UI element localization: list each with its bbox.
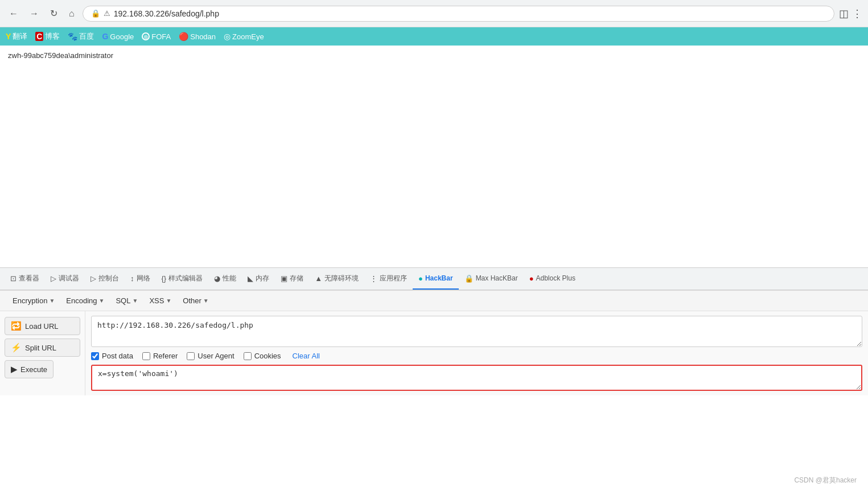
tab-debugger-label: 调试器: [59, 274, 79, 283]
tab-style-editor[interactable]: {} 样式编辑器: [156, 268, 209, 290]
cookies-checkbox[interactable]: [244, 352, 252, 360]
extensions-button[interactable]: ◫: [839, 7, 849, 20]
memory-icon: ◣: [248, 274, 253, 283]
style-editor-icon: {}: [162, 274, 167, 283]
bookmarks-bar: Y 翻译 C 博客 🐾 百度 G Google ⊕ FOFA 🔴 Shodan …: [0, 27, 868, 46]
hackbar-icon: ●: [418, 274, 423, 283]
menu-xss[interactable]: XSS ▼: [143, 294, 177, 307]
tab-console[interactable]: ▷ 控制台: [85, 268, 125, 290]
tab-application[interactable]: ⋮ 应用程序: [364, 268, 413, 290]
menu-other[interactable]: Other ▼: [177, 294, 214, 307]
bookmark-google-label: Google: [110, 32, 134, 41]
tab-hackbar-label: HackBar: [425, 274, 453, 282]
tab-accessibility[interactable]: ▲ 无障碍环境: [309, 268, 364, 290]
tab-network[interactable]: ↕ 网络: [125, 268, 156, 290]
menu-sql[interactable]: SQL ▼: [110, 294, 143, 307]
referer-checkbox[interactable]: [142, 352, 150, 360]
translate-icon: Y: [6, 32, 11, 41]
tab-performance[interactable]: ◕ 性能: [208, 268, 242, 290]
hackbar-main: 🔁 Load URL ⚡ Split URL ▶ Execute http://…: [0, 311, 868, 395]
bookmark-baidu[interactable]: 🐾 百度: [68, 31, 94, 42]
browser-toolbar: ← → ↻ ⌂ 🔒 ⚠ 192.168.30.226/safedog/l.php…: [0, 0, 868, 27]
adblock-icon: ●: [529, 274, 534, 283]
baidu-icon: 🐾: [68, 32, 77, 41]
tab-console-label: 控制台: [98, 274, 119, 283]
menu-encryption[interactable]: Encryption ▼: [7, 294, 60, 307]
load-url-button[interactable]: 🔁 Load URL: [5, 317, 80, 335]
execute-label: Execute: [20, 365, 47, 374]
devtools-bar: ⊡ 查看器 ▷ 调试器 ▷ 控制台 ↕ 网络 {} 样式编辑器 ◕ 性能 ◣ 内…: [0, 267, 868, 290]
bookmark-translate[interactable]: Y 翻译: [6, 31, 27, 42]
bookmark-blog[interactable]: C 博客: [35, 31, 60, 42]
hackbar-menu: Encryption ▼ Encoding ▼ SQL ▼ XSS ▼ Othe…: [0, 291, 868, 311]
bookmark-shodan[interactable]: 🔴 Shodan: [179, 32, 216, 41]
url-input[interactable]: http://192.168.30.226/safedog/l.php: [91, 316, 862, 347]
load-url-label: Load URL: [25, 322, 59, 331]
bookmark-shodan-label: Shodan: [190, 32, 216, 41]
tab-performance-label: 性能: [223, 274, 236, 283]
reload-button[interactable]: ↻: [47, 6, 61, 21]
bookmark-baidu-label: 百度: [79, 31, 94, 42]
tab-network-label: 网络: [137, 274, 150, 283]
tab-memory[interactable]: ◣ 内存: [242, 268, 275, 290]
tab-accessibility-label: 无障碍环境: [324, 274, 359, 283]
menu-button[interactable]: ⋮: [852, 7, 862, 20]
watermark: CSDN @君莫hacker: [794, 476, 857, 485]
tab-max-hackbar[interactable]: 🔒 Max HacKBar: [459, 268, 524, 290]
split-url-label: Split URL: [25, 344, 56, 352]
execute-icon: ▶: [11, 364, 18, 374]
tab-application-label: 应用程序: [380, 274, 407, 283]
encryption-label: Encryption: [13, 296, 47, 305]
zoomeye-icon: ◎: [224, 32, 231, 41]
menu-encoding[interactable]: Encoding ▼: [60, 294, 110, 307]
post-data-input[interactable]: x=system('whoami'): [91, 365, 862, 391]
tab-style-editor-label: 样式编辑器: [168, 274, 203, 283]
post-data-checkbox-label[interactable]: Post data: [91, 352, 133, 360]
encryption-arrow: ▼: [49, 298, 55, 304]
execute-button[interactable]: ▶ Execute: [5, 360, 54, 378]
referer-checkbox-label[interactable]: Referer: [142, 352, 178, 360]
tab-debugger[interactable]: ▷ 调试器: [45, 268, 85, 290]
clear-all-link[interactable]: Clear All: [293, 352, 320, 360]
split-url-icon: ⚡: [11, 343, 22, 353]
forward-button[interactable]: →: [26, 6, 42, 21]
back-button[interactable]: ←: [6, 6, 22, 21]
fofa-icon: ⊕: [142, 32, 150, 40]
console-icon: ▷: [90, 274, 96, 283]
bookmark-zoomeye[interactable]: ◎ ZoomEye: [224, 32, 264, 41]
split-url-button[interactable]: ⚡ Split URL: [5, 339, 80, 357]
bookmark-fofa[interactable]: ⊕ FOFA: [142, 32, 171, 41]
post-data-label: Post data: [102, 352, 133, 360]
address-bar[interactable]: 🔒 ⚠ 192.168.30.226/safedog/l.php: [83, 6, 834, 22]
other-arrow: ▼: [203, 298, 209, 304]
hackbar-panel: Encryption ▼ Encoding ▼ SQL ▼ XSS ▼ Othe…: [0, 290, 868, 395]
cookies-label: Cookies: [254, 352, 281, 360]
tab-adblock[interactable]: ● Adblock Plus: [524, 268, 581, 290]
tab-inspector-label: 查看器: [19, 274, 39, 283]
tab-memory-label: 内存: [256, 274, 269, 283]
url-display[interactable]: 192.168.30.226/safedog/l.php: [114, 9, 826, 18]
sql-label: SQL: [116, 296, 130, 305]
network-icon: ↕: [130, 274, 134, 283]
post-data-checkbox[interactable]: [91, 352, 99, 360]
tab-hackbar[interactable]: ● HackBar: [413, 268, 459, 290]
tab-inspector[interactable]: ⊡ 查看器: [5, 268, 45, 290]
watermark-text: CSDN @君莫hacker: [794, 476, 857, 484]
debugger-icon: ▷: [51, 274, 56, 283]
bookmark-fofa-label: FOFA: [151, 32, 171, 41]
security-icon: 🔒: [91, 9, 100, 18]
max-hackbar-icon: 🔒: [464, 274, 474, 283]
tab-max-hackbar-label: Max HacKBar: [476, 274, 518, 282]
home-button[interactable]: ⌂: [65, 6, 78, 21]
bookmark-google[interactable]: G Google: [102, 32, 134, 41]
user-agent-checkbox[interactable]: [187, 352, 195, 360]
warning-icon: ⚠: [104, 9, 110, 18]
cookies-checkbox-label[interactable]: Cookies: [244, 352, 281, 360]
user-agent-checkbox-label[interactable]: User Agent: [187, 352, 234, 360]
bookmark-zoomeye-label: ZoomEye: [232, 32, 264, 41]
tab-storage-label: 存储: [290, 274, 303, 283]
sql-arrow: ▼: [132, 298, 138, 304]
storage-icon: ▣: [281, 274, 287, 283]
tab-storage[interactable]: ▣ 存储: [275, 268, 309, 290]
page-content: zwh-99abc759dea\administrator: [0, 46, 868, 267]
